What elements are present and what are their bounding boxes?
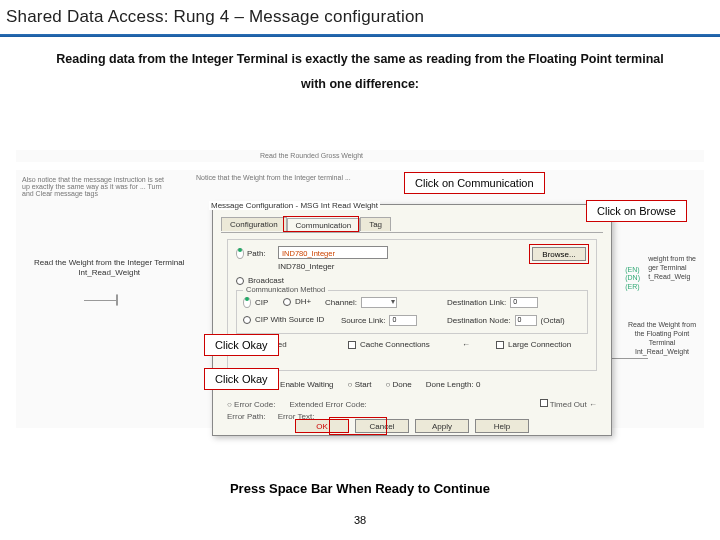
checkbox-icon [496,341,504,349]
broadcast-radio[interactable]: Broadcast [236,276,284,285]
help-button[interactable]: Help [475,419,529,433]
right-block: Read the Weight from the Floating Point … [628,320,696,356]
dh-radio[interactable]: DH+ [283,297,311,306]
tab-tag[interactable]: Tag [360,217,391,231]
path-radio[interactable]: Path: [236,248,266,259]
radio-icon [283,298,291,306]
highlight-ok [329,417,387,435]
callout-okay-2: Click Okay [204,368,279,390]
status-row1: ○ Enable ○ Enable Waiting ○ Start ○ Done… [227,380,597,389]
title-bar: Shared Data Access: Rung 4 – Message con… [0,0,720,34]
radio-icon [236,248,244,259]
ghost-note2: Also notice that the message instruction… [22,176,172,197]
title-underline [0,34,720,37]
message-config-dialog: Message Configuration - MSG Int Read Wei… [212,204,612,436]
page-number: 38 [0,514,720,526]
callout-communication: Click on Communication [404,172,545,194]
comm-group: Path: IND780_Integer IND780_Integer Brow… [227,239,597,371]
checkbox-icon [348,341,356,349]
callout-okay-1: Click Okay [204,334,279,356]
radio-icon [236,277,244,285]
tab-configuration[interactable]: Configuration [221,217,287,231]
comm-method-group: Communication Method CIP DH+ Channel: De… [236,290,588,334]
right-status-tags: (EN) (DN) (ER) [625,266,640,291]
callout-browse: Click on Browse [586,200,687,222]
dest-link-input[interactable]: 0 [510,297,538,308]
large-conn-checkbox[interactable]: Large Connection [496,340,571,349]
status-row2: ○ Error Code: Extended Error Code: Timed… [227,399,597,409]
cip-radio[interactable]: CIP [243,297,268,308]
intro-difference: with one difference: [0,77,720,91]
cip-src-radio[interactable]: CIP With Source ID [243,315,324,324]
screenshot-canvas: Read the Rounded Gross Weight Notice tha… [16,150,704,450]
dialog-buttons: OK Cancel Apply Help [213,419,611,433]
path-caption: IND780_Integer [278,262,334,271]
right-rung-snippet: weight from the ger Terminal t_Read_Weig [648,254,696,281]
comm-method-label: Communication Method [243,285,328,294]
cache-checkbox[interactable]: Cache Connections [348,340,430,349]
apply-button[interactable]: Apply [415,419,469,433]
dest-node-input[interactable]: 0 [515,315,537,326]
radio-icon [243,316,251,324]
left-rung-label: Read the Weight from the Integer Termina… [34,258,184,279]
press-spacebar: Press Space Bar When Ready to Continue [0,481,720,496]
checkbox-icon [540,399,548,407]
highlight-comm-tab [283,216,359,232]
path-input[interactable]: IND780_Integer [278,246,388,259]
radio-icon [243,297,251,308]
dialog-title: Message Configuration - MSG Int Read Wei… [209,201,380,210]
highlight-browse [529,244,589,264]
src-link-input[interactable]: 0 [389,315,417,326]
ghost-header: Read the Rounded Gross Weight [260,152,363,159]
intro-paragraph: Reading data from the Integer Terminal i… [40,51,680,69]
channel-select[interactable] [361,297,397,308]
slide-title: Shared Data Access: Rung 4 – Message con… [6,7,424,27]
